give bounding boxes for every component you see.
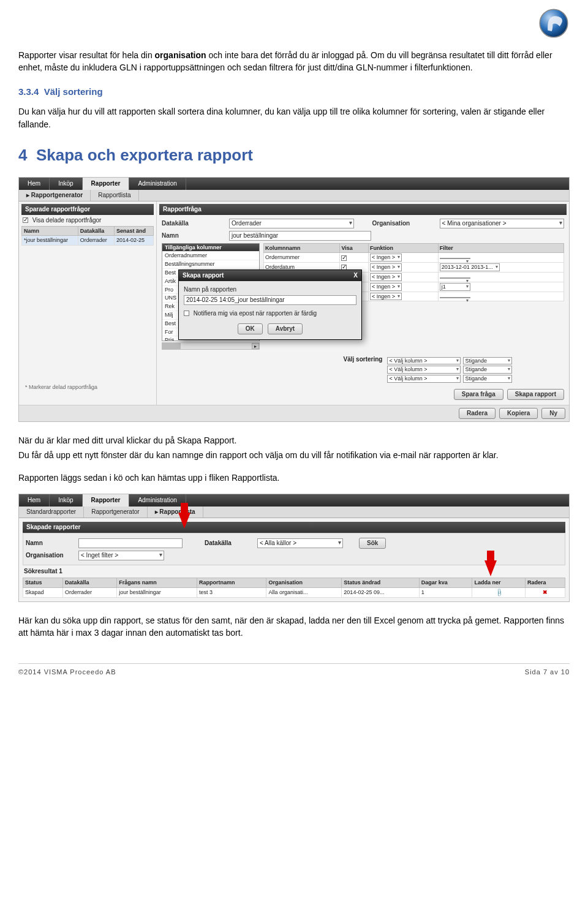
organisation-select-2[interactable]: < Inget filter > xyxy=(78,551,164,560)
col-radera[interactable]: Radera xyxy=(525,578,565,587)
funktion-select[interactable]: < Ingen > xyxy=(370,283,402,291)
close-icon[interactable]: X xyxy=(353,272,358,279)
query-panel-title: Rapportfråga xyxy=(159,204,567,215)
proceedo-logo xyxy=(538,7,570,39)
dialog-ok-button[interactable]: OK xyxy=(238,323,263,334)
red-arrow-icon xyxy=(178,513,190,529)
section-3-3-4-body: Du kan välja hur du vill att rapporten s… xyxy=(18,105,570,130)
dialog-title: Skapa rapport xyxy=(183,272,224,279)
col-visa[interactable]: Visa xyxy=(340,243,369,253)
menu-hem-2[interactable]: Hem xyxy=(19,494,50,507)
funktion-select[interactable]: < Ingen > xyxy=(370,263,402,271)
notify-label: Notifiera mig via epost när rapporten är… xyxy=(194,310,317,317)
col-dagar-kvar[interactable]: Dagar kva xyxy=(419,578,472,587)
red-arrow-icon xyxy=(484,560,497,576)
funktion-select[interactable]: < Ingen > xyxy=(370,254,402,262)
results-table: Status Datakälla Frågans namn Rapportnam… xyxy=(23,578,565,598)
sort-label: Välj sortering xyxy=(344,356,383,363)
col-status[interactable]: Status xyxy=(23,578,63,587)
sort-col-select-3[interactable]: < Välj kolumn > xyxy=(387,375,461,383)
intro-paragraph: Rapporter visar resultat för hela din or… xyxy=(18,49,570,74)
col-kolumnnamn[interactable]: Kolumnnamn xyxy=(264,243,340,253)
submenu-rapportgenerator-2[interactable]: Rapportgenerator xyxy=(84,507,147,518)
dialog-namn-input[interactable]: 2014-02-25 14:05_jour beställningar xyxy=(184,295,356,305)
sort-dir-select-1[interactable]: Stigande xyxy=(463,357,512,365)
sort-col-select-2[interactable]: < Välj kolumn > xyxy=(387,366,461,374)
datakalla-label: Datakälla xyxy=(162,220,229,227)
menu-hem[interactable]: Hem xyxy=(19,178,50,190)
datakalla-select-2[interactable]: < Alla källor > xyxy=(257,538,343,548)
saved-query-row[interactable]: *jour beställningar Orderrader 2014-02-2… xyxy=(22,236,154,246)
post-ss1-p1: När du är klar med ditt urval klickar du… xyxy=(18,434,570,446)
table-row[interactable]: Ordernummer < Ingen > xyxy=(264,253,564,263)
col-filter[interactable]: Filter xyxy=(438,243,564,253)
skapa-rapport-button[interactable]: Skapa rapport xyxy=(507,389,564,400)
datakalla-label-2: Datakälla xyxy=(205,540,254,547)
menu-rapporter[interactable]: Rapporter xyxy=(83,178,130,190)
submenu-rapportlista-2[interactable]: ▸ Rapportlista xyxy=(148,507,203,518)
menu-inkop[interactable]: Inköp xyxy=(50,178,82,190)
skapa-rapport-dialog: Skapa rapport X Namn på rapporten 2014-0… xyxy=(178,269,362,340)
paperclip-icon[interactable]: 📎 xyxy=(494,587,503,597)
datakalla-select[interactable]: Orderrader xyxy=(229,219,354,228)
sub-menu-2: Standardrapporter Rapportgenerator ▸ Rap… xyxy=(19,507,569,518)
footer-copyright: ©2014 VISMA Proceedo AB xyxy=(18,668,116,677)
menu-inkop-2[interactable]: Inköp xyxy=(50,494,82,507)
organisation-label: Organisation xyxy=(372,220,440,227)
col-organisation[interactable]: Organisation xyxy=(266,578,342,587)
filter-select[interactable]: j1 xyxy=(440,283,470,291)
footer-page-number: Sida 7 av 10 xyxy=(525,668,570,677)
delete-icon[interactable]: ✖ xyxy=(543,589,548,595)
ny-button[interactable]: Ny xyxy=(541,408,565,419)
submenu-standardrapporter[interactable]: Standardrapporter xyxy=(19,507,84,518)
kopiera-button[interactable]: Kopiera xyxy=(499,408,538,419)
result-row[interactable]: Skapad Orderrader jour beställningar tes… xyxy=(23,587,565,597)
col-namn[interactable]: Namn xyxy=(22,226,78,236)
menu-rapporter-2[interactable]: Rapporter xyxy=(83,494,130,507)
dialog-avbryt-button[interactable]: Avbryt xyxy=(268,323,303,334)
col-ladda-ner[interactable]: Ladda ner xyxy=(472,578,526,587)
visa-checkbox[interactable] xyxy=(341,255,347,261)
col-senast[interactable]: Senast änd xyxy=(115,226,154,236)
sort-col-select-1[interactable]: < Välj kolumn > xyxy=(387,357,461,365)
show-shared-label: Visa delade rapportfrågor xyxy=(32,217,102,224)
sort-dir-select-3[interactable]: Stigande xyxy=(463,375,512,383)
h-scrollbar[interactable]: ◂▸ xyxy=(162,342,260,350)
main-menu-2: Hem Inköp Rapporter Administration xyxy=(19,494,569,507)
sort-dir-select-2[interactable]: Stigande xyxy=(463,366,512,374)
heading-4: 4 Skapa och exportera rapport xyxy=(18,144,570,167)
submenu-rapportlista[interactable]: Rapportlista xyxy=(91,190,138,201)
organisation-select[interactable]: < Mina organisationer > xyxy=(440,219,565,228)
post-ss1-p3: Rapporten läggs sedan i kö och kan hämta… xyxy=(18,472,570,484)
filter-select[interactable] xyxy=(440,297,470,298)
submenu-rapportgenerator[interactable]: ▸ Rapportgenerator xyxy=(19,190,91,201)
show-shared-checkbox[interactable] xyxy=(23,217,28,223)
radera-button[interactable]: Radera xyxy=(459,408,496,419)
namn-label-2: Namn xyxy=(26,540,75,547)
col-status-andrad[interactable]: Status ändrad xyxy=(342,578,419,587)
heading-3-3-4: 3.3.4 Välj sortering xyxy=(18,85,570,99)
filter-select[interactable] xyxy=(440,277,470,279)
col-funktion[interactable]: Funktion xyxy=(369,243,439,253)
filter-select[interactable]: 2013-12-01 2013-1... xyxy=(440,263,500,271)
namn-input[interactable]: jour beställningar xyxy=(229,231,371,241)
shared-footnote: * Markerar delad rapportfråga xyxy=(21,380,154,394)
notify-checkbox[interactable] xyxy=(184,311,189,316)
col-fragans-namn[interactable]: Frågans namn xyxy=(117,578,197,587)
funktion-select[interactable]: < Ingen > xyxy=(370,293,402,301)
sok-button[interactable]: Sök xyxy=(359,538,386,549)
namn-input-2[interactable] xyxy=(78,538,183,548)
skapade-rapporter-title: Skapade rapporter xyxy=(23,522,565,533)
menu-administration-2[interactable]: Administration xyxy=(129,494,186,507)
col-datakalla-2[interactable]: Datakälla xyxy=(62,578,116,587)
spara-fraga-button[interactable]: Spara fråga xyxy=(454,389,503,400)
filter-select[interactable] xyxy=(440,258,470,259)
post-ss1-p2: Du får då upp ett nytt fönster där du ka… xyxy=(18,449,570,461)
funktion-select[interactable]: < Ingen > xyxy=(370,273,402,281)
screenshot-rapportlista: Hem Inköp Rapporter Administration Stand… xyxy=(18,494,570,602)
col-rapportnamn[interactable]: Rapportnamn xyxy=(197,578,266,587)
col-datakalla[interactable]: Datakälla xyxy=(78,226,114,236)
page-footer: ©2014 VISMA Proceedo AB Sida 7 av 10 xyxy=(18,663,570,677)
menu-administration[interactable]: Administration xyxy=(129,178,186,190)
saved-queries-title: Sparade rapportfrågor xyxy=(21,204,154,215)
